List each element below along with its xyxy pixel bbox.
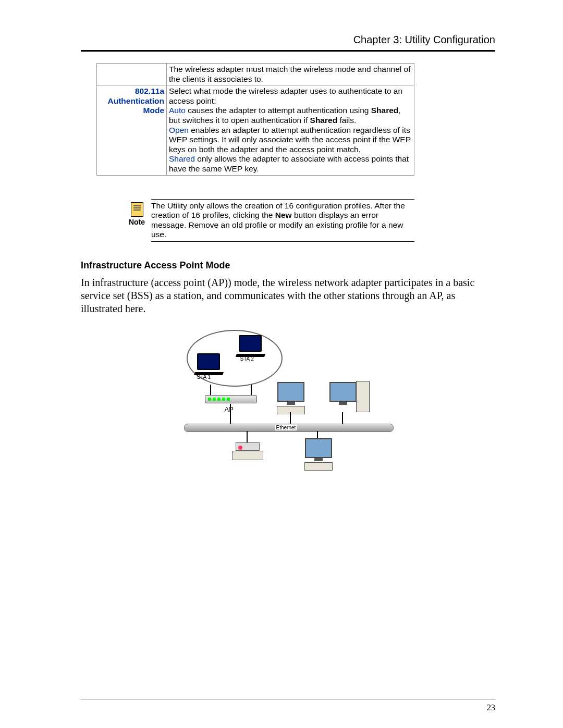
keyword-shared: Shared [371,106,399,115]
tower-1 [356,381,370,412]
link-line [230,404,231,425]
link-line [247,431,248,442]
printer [232,442,263,460]
desc-lead: Select what mode the wireless adapter us… [169,87,402,105]
note-bold: New [275,211,292,219]
text: fails. [337,116,356,125]
table-row: 802.11a Authentication Mode Select what … [97,85,414,175]
keyword-shared: Shared [169,154,195,163]
label-line: Authentication [108,96,165,105]
row-desc: Select what mode the wireless adapter us… [167,85,414,175]
link-line [290,412,291,425]
chapter-header: Chapter 3: Utility Configuration [81,34,495,49]
keyword-open: Open [169,126,189,134]
row-desc: The wireless adapter must match the wire… [167,64,414,85]
page-number: 23 [487,703,495,712]
note-icon-column: Note [123,199,151,226]
keyword-auto: Auto [169,106,186,115]
text: enables an adapter to attempt authentica… [169,126,411,154]
desktop-3 [303,438,334,471]
header-rule [81,50,495,52]
section-heading: Infrastructure Access Point Mode [81,260,495,271]
keyword-shared: Shared [310,116,338,125]
text: only allows the adapter to associate wit… [169,154,409,173]
row-label: 802.11a Authentication Mode [97,85,167,175]
desktop-2 [327,382,359,405]
note-block: Note The Utility only allows the creatio… [123,199,414,242]
note-body: The Utility only allows the creation of … [151,199,414,242]
note-label: Note [123,218,151,226]
laptop-sta2 [236,335,265,358]
config-table: The wireless adapter must match the wire… [96,63,414,176]
label-sta2: STA 2 [240,356,254,362]
text: causes the adapter to attempt authentica… [186,106,371,115]
laptop-sta1 [194,353,223,376]
label-line: Mode [143,106,164,115]
label-sta1: STA 1 [197,374,211,380]
footer-rule [81,699,495,699]
label-ethernet: Ethernet [275,425,297,430]
row-label [97,64,167,85]
desktop-1 [275,382,307,414]
access-point-router [205,395,257,401]
network-diagram: STA 1 STA 2 AP Ethernet [184,325,393,460]
body-paragraph: In infrastructure (access point (AP)) mo… [81,276,495,315]
label-line: 802.11a [135,87,164,95]
label-ap: AP [225,405,234,413]
link-line [342,412,343,425]
note-icon [131,202,143,217]
table-row: The wireless adapter must match the wire… [97,64,414,85]
